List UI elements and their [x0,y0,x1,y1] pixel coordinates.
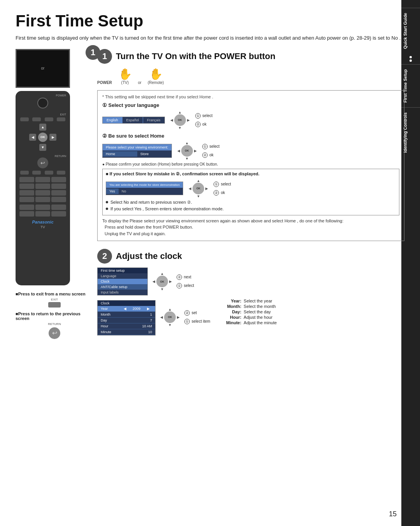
remote-return-button[interactable]: ↩ [37,157,48,168]
remote-num-4[interactable] [19,183,34,189]
home-option: Home [103,151,137,157]
arrow-right-lang: ▶ [187,118,190,122]
ok-circle-home[interactable]: OK [181,145,193,157]
lang-select-label: ① select [195,113,213,119]
remote-top-buttons [20,117,65,121]
remote-extra-6[interactable] [51,211,66,217]
dpad-ok[interactable]: OK [38,133,47,142]
exit-label: EXIT [16,298,93,308]
minute-value: 10 [126,330,152,334]
year-value: 2009 [129,307,144,311]
arrow-up-lang: ▲ [178,110,182,114]
remote-num-0[interactable] [35,197,50,202]
store-option: Store [137,151,172,157]
year-labels: Year: Select the year Month: Select the … [218,299,277,325]
dpad-up[interactable]: ▲ [39,124,46,131]
dpad-down[interactable]: ▼ [39,144,46,151]
arrow-down-home: ▼ [185,157,189,161]
remote-power-button[interactable] [37,98,48,108]
remote-btn-1[interactable] [20,117,29,121]
hour-desc: Adjust the hour [244,315,277,320]
tv-power-group: 🤚 (TV) [118,68,132,85]
menu-inputlabels: Input labels [98,290,147,295]
arrow-left-lang: ◀ [170,118,173,122]
store-mistake-title: ■ If you select Store by mistake in ②, c… [106,171,396,176]
remote-num-5[interactable] [35,183,50,189]
remote-btn-2[interactable] [32,117,41,121]
press-exit-title: ■Press to exit from a menu screen [16,292,93,296]
store-ok-label: ② ok [214,190,231,196]
menu-language: Language [98,273,147,279]
firsttime-next-label: ② next [177,274,194,280]
remote-extra-5[interactable] [35,211,50,217]
tv-remote-top: or 1 [16,49,93,88]
remote-return-label: RETURN [19,155,66,157]
ok-circle-clock[interactable]: OK [164,311,176,323]
arrow-right-store: ▶ [205,187,208,190]
remote-extra-1[interactable] [19,204,34,210]
clock-menu-row: Clock Year ◀ 2009 ▶ Month 1 [97,299,210,336]
arrow-up-clock: ▲ [168,308,172,311]
remote-extra-3[interactable] [51,204,66,210]
remote-num-2[interactable] [35,177,50,182]
arrow-left-store: ◀ [189,187,191,190]
minute-label: Minute [101,330,126,334]
remote-num-8[interactable] [35,190,50,196]
remote-label: (Remote) [148,80,164,85]
step1-section: 1 Turn the TV On with the POWER button P… [97,49,404,241]
remote-btn-4[interactable] [57,117,65,121]
remote-mid-btn-4[interactable] [57,171,65,175]
ok-circle-lang[interactable]: OK [174,114,186,126]
remote-num-7[interactable] [19,190,34,196]
power-label-group: POWER [97,80,112,85]
first-time-menu-header: First time setup [98,268,147,273]
clock-instruction-labels: ② set ① select item [184,310,210,324]
store-mistake-box: ■ If you select Store by mistake in ②, c… [102,169,399,215]
remote-extra-2[interactable] [35,204,50,210]
remote-num-hash[interactable] [51,197,66,202]
exit-button-graphic[interactable] [48,302,61,308]
page-title: First Time Setup [16,12,404,30]
arrow-right-clock: ▶ [177,315,180,319]
firsttime-select-label: ① select [177,283,194,288]
store-instruction-labels: ① select ② ok [214,182,231,196]
bullet-dot-1 [106,201,108,203]
remote-btn-3[interactable] [45,117,53,121]
remote-extra-4[interactable] [19,211,34,217]
remote-num-9[interactable] [51,190,66,196]
day-label: Day [101,318,126,322]
remote-num-1[interactable] [19,177,34,182]
arrow-up-home: ▲ [185,141,189,145]
ok-circle-firsttime[interactable]: OK [156,276,168,287]
remote-mid-btn-3[interactable] [45,171,53,175]
home-menu: Please select your viewing environment: … [102,144,172,158]
return-label: RETURN ↩ [16,322,93,339]
remote-num-6[interactable] [51,183,66,189]
lang-espanol: Español [122,117,144,123]
year-label: Year [101,307,121,311]
month-label: Month [101,313,126,316]
clock-table-header: Clock [98,301,155,306]
dpad-left[interactable]: ◀ [29,134,36,141]
page-number: 15 [389,510,397,518]
dpad-right[interactable]: ▶ [49,134,56,141]
minute-key: Minute: [218,320,242,325]
clock-set-label: ② set [184,310,210,316]
clock-table: Clock Year ◀ 2009 ▶ Month 1 [97,300,156,336]
remote-num-star[interactable] [19,197,34,202]
ok-circle-store[interactable]: OK [192,183,204,194]
store-select-label: ① select [214,182,231,187]
remote-mid-btn-1[interactable] [20,171,29,175]
hour-value: 10 AM [126,324,152,328]
step2-menus: First time setup Language Clock ANT/Cabl… [97,267,210,336]
arrow-left-home: ◀ [177,149,180,153]
left-column: or 1 POWER EXIT ▲ ▼ ◀ [16,49,93,341]
step1-box: * This setting will be skipped next time… [97,90,404,241]
arrow-down-firsttime: ▼ [161,287,164,291]
arrow-up-firsttime: ▲ [161,272,164,276]
year-right-arrow: ▶ [144,307,152,311]
return-button-graphic[interactable]: ↩ [49,327,60,339]
remote-mid-btn-2[interactable] [32,171,41,175]
remote-power-label: POWER [19,94,66,97]
remote-num-3[interactable] [51,177,66,182]
